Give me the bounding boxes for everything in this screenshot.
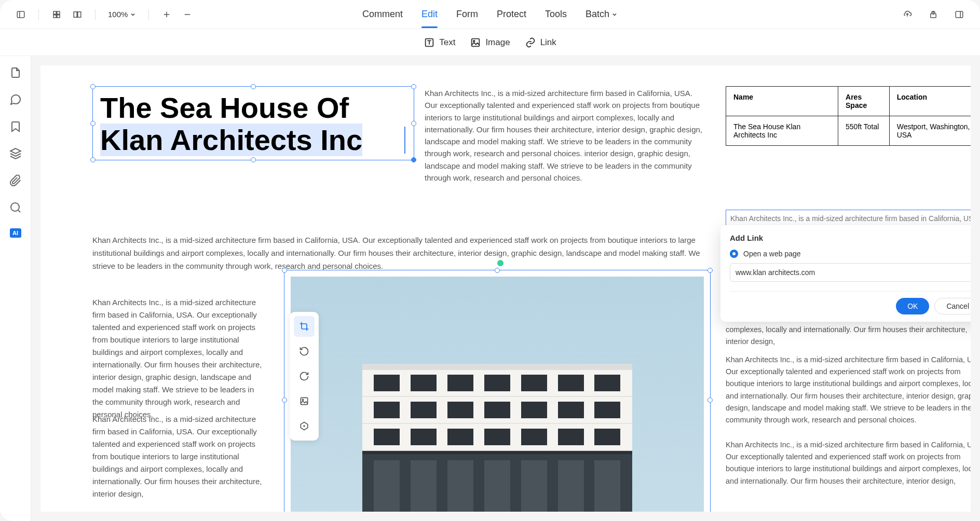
two-page-view-icon[interactable]	[69, 6, 86, 23]
th-area: Ares Space	[838, 87, 890, 116]
cancel-button[interactable]: Cancel	[934, 298, 971, 314]
ok-button[interactable]: OK	[896, 298, 929, 314]
td-name: The Sea House Klan Architects Inc	[726, 116, 838, 146]
radio-icon	[730, 250, 738, 258]
pages-icon[interactable]	[9, 66, 22, 79]
svg-rect-5	[57, 15, 60, 17]
cloud-upload-icon[interactable]	[899, 6, 916, 23]
bookmark-icon[interactable]	[9, 120, 22, 133]
layers-icon[interactable]	[9, 147, 22, 160]
body-text-mid: Khan Architects Inc., is a mid-sized arc…	[92, 234, 705, 272]
comment-icon[interactable]	[9, 93, 22, 106]
ai-button[interactable]: AI	[10, 228, 21, 238]
img-resize-handle-nw[interactable]	[282, 268, 287, 273]
resize-handle-n[interactable]	[251, 84, 256, 89]
insert-link-button[interactable]: Link	[525, 37, 556, 48]
resize-handle-w[interactable]	[90, 121, 96, 126]
tab-tools[interactable]: Tools	[545, 7, 567, 22]
divider	[148, 9, 149, 20]
radio-open-web-page[interactable]: Open a web page	[730, 250, 971, 258]
svg-rect-4	[53, 15, 56, 17]
resize-handle-sw[interactable]	[90, 157, 96, 162]
document-page: The Sea House Of Klan Architects Inc Kha…	[40, 65, 971, 512]
zoom-dropdown[interactable]: 100%	[105, 10, 139, 19]
zoom-in-icon[interactable]	[158, 6, 175, 23]
svg-point-20	[304, 426, 305, 427]
svg-line-16	[18, 210, 20, 212]
right-text-3: Khan Architects Inc., is a mid-sized arc…	[726, 439, 971, 487]
insert-image-button[interactable]: Image	[470, 37, 510, 48]
body-text-left-1: Khan Architects Inc., is a mid-sized arc…	[92, 296, 264, 421]
td-area: 550ft Total	[838, 116, 890, 146]
insert-text-label: Text	[439, 37, 455, 48]
tab-batch[interactable]: Batch	[586, 7, 618, 22]
tab-comment[interactable]: Comment	[362, 7, 403, 22]
panel-toggle-icon[interactable]	[12, 6, 29, 23]
resize-handle-ne[interactable]	[411, 84, 416, 89]
zoom-out-icon[interactable]	[179, 6, 196, 23]
crop-button[interactable]	[294, 316, 315, 337]
tab-protect[interactable]: Protect	[497, 7, 526, 22]
insert-text-button[interactable]: Text	[424, 37, 455, 48]
tab-form[interactable]: Form	[456, 7, 478, 22]
replace-image-button[interactable]	[294, 391, 315, 412]
svg-rect-12	[472, 38, 480, 46]
rotate-left-button[interactable]	[294, 341, 315, 362]
grid-view-icon[interactable]	[48, 6, 65, 23]
tab-batch-label: Batch	[586, 9, 609, 20]
img-resize-handle-e[interactable]	[707, 397, 713, 403]
panel-right-icon[interactable]	[951, 6, 968, 23]
image-options-button[interactable]	[294, 416, 315, 436]
share-icon[interactable]	[925, 6, 942, 23]
url-input[interactable]	[730, 263, 971, 282]
title-line-2: Klan Architects Inc	[100, 124, 362, 156]
sidebar: AI	[0, 56, 31, 521]
image-block[interactable]	[284, 270, 710, 512]
image-toolbar	[290, 312, 319, 441]
td-location: Westport, Washington, USA	[889, 116, 971, 146]
svg-rect-6	[74, 11, 77, 17]
rotate-handle[interactable]	[497, 260, 503, 266]
divider	[38, 9, 39, 20]
th-location: Location	[889, 87, 971, 116]
img-resize-handle-ne[interactable]	[707, 268, 713, 273]
info-table: Name Ares Space Location The Sea House K…	[726, 86, 971, 146]
zoom-value: 100%	[108, 10, 128, 19]
svg-point-15	[11, 203, 19, 211]
right-text-2: Khan Architects Inc., is a mid-sized arc…	[726, 354, 971, 426]
tab-edit[interactable]: Edit	[421, 7, 438, 22]
img-resize-handle-n[interactable]	[495, 268, 500, 273]
svg-point-18	[302, 399, 304, 401]
svg-rect-7	[78, 11, 81, 17]
resize-handle-se[interactable]	[411, 157, 416, 162]
svg-marker-14	[10, 148, 21, 154]
resize-handle-nw[interactable]	[90, 84, 96, 89]
title-text-block[interactable]: The Sea House Of Klan Architects Inc	[92, 86, 414, 160]
svg-rect-9	[956, 11, 963, 18]
radio-label: Open a web page	[743, 250, 801, 258]
img-resize-handle-w[interactable]	[282, 397, 287, 403]
divider	[95, 9, 96, 20]
resize-handle-e[interactable]	[411, 121, 416, 126]
svg-point-13	[473, 40, 475, 42]
svg-rect-3	[57, 11, 60, 14]
body-text-left-2: Khan Architects Inc., is a mid-sized arc…	[92, 413, 264, 500]
resize-handle-s[interactable]	[251, 157, 256, 162]
body-text-top: Khan Architects Inc., is a mid-sized arc…	[425, 87, 705, 184]
svg-rect-2	[53, 11, 56, 14]
right-text-1: complexes, locally and internationally. …	[726, 324, 971, 348]
rotate-right-button[interactable]	[294, 366, 315, 387]
title-line-1: The Sea House Of	[100, 91, 349, 124]
popover-title: Add Link	[730, 234, 971, 242]
search-icon[interactable]	[9, 201, 22, 214]
svg-rect-0	[17, 11, 24, 18]
add-link-popover: Add Link Open a web page OK Cancel	[720, 225, 971, 322]
svg-rect-17	[301, 397, 307, 404]
insert-image-label: Image	[485, 37, 510, 48]
th-name: Name	[726, 87, 838, 116]
attachment-icon[interactable]	[9, 174, 22, 187]
insert-link-label: Link	[540, 37, 556, 48]
text-cursor	[404, 127, 405, 154]
